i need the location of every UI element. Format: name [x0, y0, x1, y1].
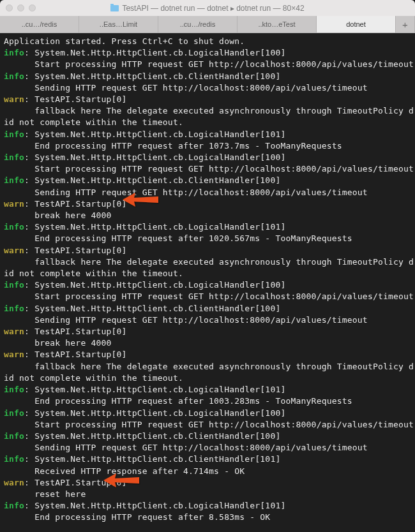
terminal-line: info: System.Net.Http.HttpClient.cb.Logi…: [4, 47, 411, 59]
info-label: info: [4, 222, 24, 232]
warn-label: warn: [4, 350, 24, 359]
log-message: Start processing HTTP request GET http:/…: [4, 164, 414, 174]
new-tab-button[interactable]: +: [396, 16, 415, 33]
terminal-line: break here 4000: [4, 337, 411, 349]
traffic-lights: [6, 4, 36, 11]
terminal-line: info: System.Net.Http.HttpClient.cb.Logi…: [4, 384, 411, 395]
log-text: id not complete within the timeout.: [4, 117, 183, 127]
log-message: Start processing HTTP request GET http:/…: [4, 420, 414, 429]
log-source: : TestAPI.Startup[0]: [24, 246, 127, 255]
info-label: info: [4, 71, 24, 81]
log-message: End processing HTTP request after 1003.2…: [4, 396, 352, 406]
terminal-line: fallback here The delegate executed asyn…: [4, 256, 411, 268]
tab-0[interactable]: ..cu…/redis: [0, 16, 79, 33]
terminal-line: info: System.Net.Http.HttpClient.cb.Clie…: [4, 71, 411, 82]
terminal-line: info: System.Net.Http.HttpClient.cb.Logi…: [4, 408, 411, 419]
info-label: info: [4, 152, 24, 162]
tab-4[interactable]: dotnet: [317, 16, 396, 33]
info-label: info: [4, 280, 24, 290]
terminal-line: Sending HTTP request GET http://localhos…: [4, 82, 411, 94]
info-label: info: [4, 48, 24, 57]
log-message: break here 4000: [4, 338, 112, 348]
terminal-line: Sending HTTP request GET http://localhos…: [4, 442, 411, 454]
log-source: : TestAPI.Startup[0]: [24, 350, 127, 359]
terminal-line: warn: TestAPI.Startup[0]: [4, 94, 411, 105]
info-label: info: [4, 304, 24, 313]
log-message: fallback here The delegate executed asyn…: [4, 362, 414, 371]
terminal-line: Start processing HTTP request GET http:/…: [4, 419, 411, 431]
terminal-line: id not complete within the timeout.: [4, 117, 411, 128]
terminal-line: Application started. Press Ctrl+C to shu…: [4, 36, 411, 47]
tab-3[interactable]: ..kto…eTest: [238, 16, 317, 33]
terminal-line: break here 4000: [4, 210, 411, 221]
terminal-line: reset here: [4, 489, 411, 500]
info-label: info: [4, 501, 24, 510]
info-label: info: [4, 129, 24, 139]
terminal-line: Sending HTTP request GET http://localhos…: [4, 314, 411, 326]
warn-label: warn: [4, 327, 24, 336]
log-message: fallback here The delegate executed asyn…: [4, 106, 414, 115]
tab-1[interactable]: ..Eas…Limit: [79, 16, 158, 33]
info-label: info: [4, 431, 24, 441]
log-source: : TestAPI.Startup[0]: [24, 199, 127, 209]
log-message: Sending HTTP request GET http://localhos…: [4, 188, 368, 197]
terminal-line: fallback here The delegate executed asyn…: [4, 361, 411, 373]
tab-2[interactable]: ..cu…/redis: [158, 16, 238, 33]
log-message: Start processing HTTP request GET http:/…: [4, 59, 414, 69]
window-title-text: TestAPI — dotnet run — dotnet ▸ dotnet r…: [122, 4, 304, 13]
log-source: : System.Net.Http.HttpClient.cb.LogicalH…: [24, 408, 285, 418]
terminal-line: info: System.Net.Http.HttpClient.cb.Clie…: [4, 303, 411, 314]
terminal-line: warn: TestAPI.Startup[0]: [4, 326, 411, 337]
warn-label: warn: [4, 246, 24, 255]
minimize-icon[interactable]: [17, 4, 24, 11]
terminal-line: End processing HTTP request after 8.583m…: [4, 512, 411, 523]
log-source: : System.Net.Http.HttpClient.cb.LogicalH…: [24, 129, 285, 139]
info-label: info: [4, 454, 24, 464]
terminal-line: End processing HTTP request after 1020.5…: [4, 233, 411, 244]
info-label: info: [4, 385, 24, 394]
info-label: info: [4, 175, 24, 185]
terminal-line: Start processing HTTP request GET http:/…: [4, 163, 411, 175]
log-message: End processing HTTP request after 8.583m…: [4, 512, 270, 522]
terminal-line: id not complete within the timeout.: [4, 268, 411, 279]
info-label: info: [4, 408, 24, 418]
log-source: : System.Net.Http.HttpClient.cb.LogicalH…: [24, 385, 285, 394]
terminal-line: End processing HTTP request after 1073.7…: [4, 140, 411, 152]
terminal-line: End processing HTTP request after 1003.2…: [4, 395, 411, 407]
log-source: : TestAPI.Startup[0]: [24, 94, 127, 104]
log-text: id not complete within the timeout.: [4, 269, 183, 278]
log-source: : System.Net.Http.HttpClient.cb.ClientHa…: [24, 454, 280, 464]
log-source: : System.Net.Http.HttpClient.cb.LogicalH…: [24, 48, 285, 57]
terminal-line: warn: TestAPI.Startup[0]: [4, 245, 411, 256]
log-source: : TestAPI.Startup[0]: [24, 327, 127, 336]
close-icon[interactable]: [6, 4, 13, 11]
terminal-line: Start processing HTTP request GET http:/…: [4, 59, 411, 70]
terminal-line: warn: TestAPI.Startup[0]: [4, 349, 411, 360]
log-source: : System.Net.Http.HttpClient.cb.LogicalH…: [24, 152, 285, 162]
terminal-line: Received HTTP response after 4.714ms - O…: [4, 466, 411, 477]
log-source: : System.Net.Http.HttpClient.cb.ClientHa…: [24, 431, 280, 441]
warn-label: warn: [4, 199, 24, 209]
window-title: TestAPI — dotnet run — dotnet ▸ dotnet r…: [0, 4, 415, 13]
log-source: : System.Net.Http.HttpClient.cb.ClientHa…: [24, 304, 280, 313]
log-message: Received HTTP response after 4.714ms - O…: [4, 466, 245, 476]
log-source: : TestAPI.Startup[0]: [24, 478, 127, 487]
terminal-line: info: System.Net.Http.HttpClient.cb.Clie…: [4, 175, 411, 186]
log-message: break here 4000: [4, 211, 112, 220]
warn-label: warn: [4, 94, 24, 104]
terminal-line: info: System.Net.Http.HttpClient.cb.Clie…: [4, 454, 411, 465]
warn-label: warn: [4, 478, 24, 487]
log-source: : System.Net.Http.HttpClient.cb.LogicalH…: [24, 501, 285, 510]
log-message: Sending HTTP request GET http://localhos…: [4, 315, 368, 325]
log-source: : System.Net.Http.HttpClient.cb.ClientHa…: [24, 175, 280, 185]
log-message: Sending HTTP request GET http://localhos…: [4, 83, 368, 92]
log-message: End processing HTTP request after 1073.7…: [4, 141, 342, 151]
terminal-line: info: System.Net.Http.HttpClient.cb.Logi…: [4, 152, 411, 163]
log-message: reset here: [4, 489, 86, 499]
zoom-icon[interactable]: [29, 4, 36, 11]
terminal[interactable]: Application started. Press Ctrl+C to shu…: [0, 33, 415, 532]
terminal-line: info: System.Net.Http.HttpClient.cb.Clie…: [4, 431, 411, 442]
log-source: : System.Net.Http.HttpClient.cb.LogicalH…: [24, 222, 285, 232]
terminal-line: info: System.Net.Http.HttpClient.cb.Logi…: [4, 221, 411, 233]
terminal-line: info: System.Net.Http.HttpClient.cb.Logi…: [4, 500, 411, 512]
